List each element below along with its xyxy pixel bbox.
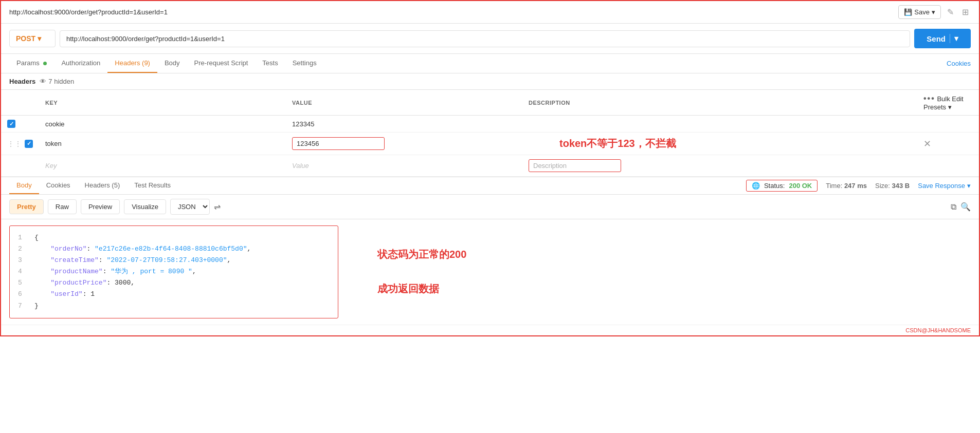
- table-row: cookie 123345: [1, 116, 979, 133]
- json-body-area: 1 { 2 "orderNo": "e217c26e-e82b-4f64-840…: [1, 219, 979, 325]
- row-token-desc-cell: token不等于123，不拦截: [522, 133, 917, 155]
- row-cookie-key-cell: cookie: [39, 116, 286, 133]
- request-bar: POST ▾ Send ▾: [1, 24, 979, 54]
- col-value-header: VALUE: [286, 90, 522, 116]
- response-tab-body[interactable]: Body: [9, 177, 39, 194]
- send-button[interactable]: Send ▾: [914, 29, 971, 48]
- copy-icon-button[interactable]: ⊞: [960, 5, 971, 19]
- json-line-5: 5 "productPrice": 3000,: [18, 277, 330, 289]
- col-key-header: KEY: [39, 90, 286, 116]
- description-placeholder-boxed: Description: [529, 159, 621, 172]
- hidden-count: 7 hidden: [48, 78, 74, 85]
- row-cookie-check-cell: [1, 116, 39, 133]
- token-delete-button[interactable]: ✕: [923, 138, 931, 149]
- send-chevron-icon: ▾: [950, 34, 958, 43]
- edit-icon-button[interactable]: ✎: [945, 5, 956, 19]
- token-value-boxed[interactable]: 123456: [292, 137, 385, 150]
- tab-tests[interactable]: Tests: [255, 54, 285, 73]
- status-label: Status:: [764, 182, 785, 190]
- json-line-1: 1 {: [18, 232, 330, 243]
- status-boxed: 🌐 Status: 200 OK: [746, 180, 818, 192]
- json-body: 1 { 2 "orderNo": "e217c26e-e82b-4f64-840…: [9, 225, 338, 318]
- search-response-icon-button[interactable]: 🔍: [960, 202, 971, 212]
- save-chevron-icon: ▾: [932, 8, 935, 16]
- row-new-desc-cell: Description: [522, 155, 917, 177]
- top-bar-url: http://localhost:9000/order/get?productI…: [9, 8, 168, 16]
- row-new-check-cell: [1, 155, 39, 177]
- row-new-key-cell: Key: [39, 155, 286, 177]
- status-bar: 🌐 Status: 200 OK Time: 247 ms Size: 343 …: [738, 180, 971, 192]
- visualize-button[interactable]: Visualize: [124, 199, 166, 214]
- tab-settings[interactable]: Settings: [285, 54, 324, 73]
- response-section: Body Cookies Headers (5) Test Results 🌐 …: [1, 177, 979, 325]
- row-cookie-value-cell: 123345: [286, 116, 522, 133]
- response-tab-test-results[interactable]: Test Results: [127, 177, 178, 194]
- table-row: Key Value Description: [1, 155, 979, 177]
- format-row: Pretty Raw Preview Visualize JSON ⇌ ⧉ 🔍: [1, 195, 979, 219]
- col-desc-header: DESCRIPTION: [522, 90, 917, 116]
- col-actions-header: ••• Bulk Edit Presets ▾: [917, 90, 979, 116]
- token-annotation: token不等于123，不拦截: [559, 137, 676, 150]
- url-input[interactable]: [60, 30, 910, 47]
- raw-button[interactable]: Raw: [48, 199, 77, 214]
- tab-headers[interactable]: Headers (9): [107, 54, 157, 73]
- save-response-button[interactable]: Save Response ▾: [918, 182, 971, 190]
- pretty-button[interactable]: Pretty: [9, 199, 44, 214]
- status-value: 200 OK: [789, 182, 812, 190]
- data-annotation: 成功返回数据: [377, 282, 466, 296]
- tabs-row: Params Authorization Headers (9) Body Pr…: [1, 54, 979, 73]
- hidden-badge: 👁 7 hidden: [40, 78, 74, 85]
- value-placeholder: Value: [292, 162, 309, 170]
- save-label: Save: [914, 8, 930, 16]
- time-label: Time: 247 ms: [826, 182, 867, 190]
- method-label: POST: [16, 34, 35, 43]
- row-token-key-cell: token: [39, 133, 286, 155]
- table-row: ⋮⋮ token 123456 token不等于123，不拦截: [1, 133, 979, 155]
- method-select[interactable]: POST ▾: [9, 30, 56, 47]
- tab-body[interactable]: Body: [157, 54, 187, 73]
- row-cookie-actions-cell: [917, 116, 979, 133]
- row-new-value-cell: Value: [286, 155, 522, 177]
- presets-button[interactable]: Presets ▾: [923, 103, 952, 111]
- filter-icon-button[interactable]: ⇌: [214, 202, 221, 212]
- tab-authorization[interactable]: Authorization: [54, 54, 107, 73]
- save-response-chevron-icon: ▾: [967, 182, 971, 190]
- preview-button[interactable]: Preview: [81, 199, 120, 214]
- row-token-check-cell: ⋮⋮: [1, 133, 39, 155]
- eye-icon: 👁: [40, 78, 46, 85]
- more-icon[interactable]: •••: [923, 94, 935, 103]
- headers-section-header: Headers 👁 7 hidden: [1, 73, 979, 90]
- row-token-actions-cell: ✕: [917, 133, 979, 155]
- cookie-checkbox[interactable]: [7, 120, 15, 128]
- token-checkbox[interactable]: [25, 140, 33, 148]
- response-tab-cookies[interactable]: Cookies: [39, 177, 78, 194]
- watermark: CSDN@JH&HANDSOME: [1, 325, 979, 335]
- json-line-2: 2 "orderNo": "e217c26e-e82b-4f64-8408-88…: [18, 243, 330, 255]
- save-icon: 💾: [904, 8, 912, 16]
- method-chevron-icon: ▾: [38, 34, 41, 43]
- tab-params[interactable]: Params: [9, 54, 54, 73]
- tab-pre-request-script[interactable]: Pre-request Script: [187, 54, 256, 73]
- copy-response-icon-button[interactable]: ⧉: [951, 202, 956, 212]
- row-token-value-cell[interactable]: 123456: [286, 133, 522, 155]
- top-bar: http://localhost:9000/order/get?productI…: [1, 1, 979, 24]
- col-check-header: [1, 90, 39, 116]
- params-dot: [43, 62, 47, 65]
- row-new-actions-cell: [917, 155, 979, 177]
- presets-chevron-icon: ▾: [948, 103, 952, 111]
- bulk-edit-button[interactable]: Bulk Edit: [937, 95, 963, 103]
- response-annotations: 状态码为正常的200 成功返回数据: [347, 219, 466, 325]
- json-line-6: 6 "userId": 1: [18, 289, 330, 300]
- cookies-link[interactable]: Cookies: [947, 54, 971, 72]
- format-select[interactable]: JSON: [170, 199, 210, 215]
- row-cookie-desc-cell: [522, 116, 917, 133]
- json-line-3: 3 "createTime": "2022-07-27T09:58:27.403…: [18, 255, 330, 266]
- key-placeholder: Key: [45, 162, 57, 170]
- send-label: Send: [927, 34, 946, 43]
- headers-table: KEY VALUE DESCRIPTION ••• Bulk Edit Pres…: [1, 90, 979, 177]
- top-bar-actions: 💾 Save ▾ ✎ ⊞: [898, 5, 971, 19]
- save-button[interactable]: 💾 Save ▾: [898, 5, 941, 19]
- response-tabs-row: Body Cookies Headers (5) Test Results 🌐 …: [1, 177, 979, 195]
- json-line-4: 4 "productName": "华为 , port = 8090 ",: [18, 266, 330, 277]
- response-tab-headers[interactable]: Headers (5): [78, 177, 128, 194]
